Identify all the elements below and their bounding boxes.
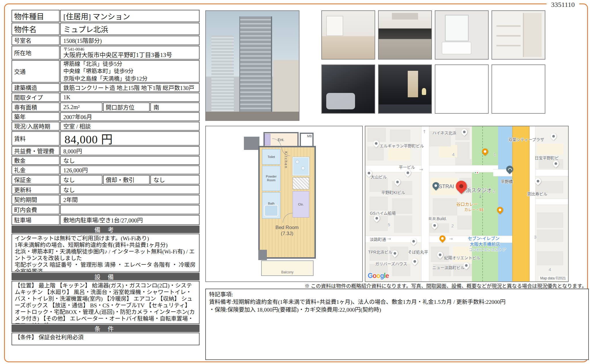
map-label: ハイネス北浜: [432, 130, 456, 136]
table-row: 共益費・管理費 8,000円: [12, 146, 200, 155]
row-value: 鉄筋コンクリート造 地上15階 地下1階 総戸数130戸: [60, 83, 200, 92]
photo-hallway: [378, 64, 432, 114]
row-value: 1K: [60, 93, 200, 102]
floorplan-bedroom-label: Bed Room (7.3J): [260, 224, 314, 237]
floorplan-powder-room: Powder Room: [262, 166, 280, 191]
floorplan-outdoor-unit: [258, 250, 267, 260]
table-row: 駐車場 敷地内駐車場/空き1台/27,000円: [12, 215, 200, 225]
table-row: 町内会費: [12, 205, 200, 214]
bathtub: [326, 93, 355, 109]
map-label: 平野橋: [501, 178, 513, 184]
map-label: STRAI: [439, 184, 454, 190]
map-block-number: 5: [388, 222, 390, 227]
row-label: 賃料: [12, 131, 60, 146]
map-label: 恵比寿ビル: [527, 191, 547, 197]
photo-placeholder-empty: [435, 64, 489, 114]
photo-washroom: [435, 10, 489, 60]
row-value: 敷地内駐車場/空き1台/27,000円: [60, 215, 200, 225]
special-notes-title: 特記事項:: [209, 291, 585, 298]
map-block-number: 3: [534, 235, 536, 239]
map-label: 大阪大手橋前店: [470, 241, 500, 247]
row-label: 建築構造: [12, 83, 60, 92]
logo-letter: G: [368, 272, 373, 279]
photo-kitchen: [378, 10, 432, 60]
row-value: 1508(15階部分): [60, 36, 200, 45]
building-main-tower: [239, 16, 272, 113]
map-label: そば処丸平: [408, 249, 428, 255]
map-road-vertical-east: [530, 126, 536, 281]
row-value: なし: [60, 156, 200, 165]
burner-icon: [301, 166, 305, 170]
row-label: 駐車場: [12, 215, 60, 225]
road-arrow-right-icon: [449, 236, 453, 241]
washroom-sink: [442, 42, 471, 54]
row-label-2: 開口部方位: [103, 102, 150, 112]
section-header-equipment: 設 備: [12, 273, 200, 280]
map-label: 平野町KIビル: [381, 189, 405, 195]
row-label: 敷金: [12, 156, 60, 165]
document-number: 3351110: [547, 0, 579, 9]
row-value: 2007年06月: [60, 112, 200, 121]
row-value: [住居用] マンション: [60, 10, 200, 22]
map-label: セブン-イレブン: [468, 235, 500, 241]
closet-shelves: [496, 25, 521, 27]
logo-letter: g: [380, 272, 384, 279]
row-value: 8,000円: [60, 146, 200, 155]
floorplan-shaft: [293, 177, 309, 189]
row-label-2: 償却・敷引: [103, 175, 150, 184]
floorplan-balcony: Balcony: [261, 260, 314, 276]
row-value: 25.2m²: [60, 102, 103, 112]
closet-door: [523, 13, 542, 57]
special-notes-line: 賃料備考:短期解約違約金有(1年未満で賃料+共益費1ヶ月)、法人の場合、敷金1カ…: [209, 298, 585, 306]
property-table: 物件種目 [住居用] マンション 物件名 ミュプレ北浜 号室名 1508(15階…: [12, 10, 200, 345]
table-row: 現況/入居時期 空室 / 相談: [12, 122, 200, 131]
map-label: GSハイム船場: [370, 210, 396, 216]
map-road-vertical: [421, 126, 429, 281]
special-notes-box: 特記事項: 賃料備考:短期解約違約金有(1年未満で賃料+共益費1ヶ月)、法人の場…: [205, 289, 589, 360]
row-label: 号室名: [12, 36, 60, 45]
floorplan-bathtub: [264, 205, 278, 216]
floorplan-kitchen-label: Kitchen: [284, 151, 288, 195]
map-river: [498, 126, 512, 281]
table-row: 保証金 なし 償却・敷引 なし: [12, 175, 200, 184]
row-value: 空室 / 相談: [60, 122, 200, 131]
rent-value: 84,000 円: [60, 131, 200, 146]
row-label: 交通: [12, 60, 60, 83]
map-panel: ハイネス北浜 双葉シティープラザ エルギャラン平野町ビル 日宝平野町ビ 平一ビル…: [365, 126, 569, 282]
remarks-text: インターネットは無料でご利用頂けます。(Wi-Fiあり) 1年未満解約の場合、短…: [12, 234, 200, 272]
map-label: 大山ビル: [371, 174, 387, 180]
row-value: ミュプレ北浜: [60, 23, 200, 35]
map-label: 日宝平野町ビ: [535, 155, 559, 161]
section-title: 設 備: [12, 273, 200, 280]
table-row: 礼金 126,000円: [12, 165, 200, 174]
map-label: 紀陽オリエントビル: [444, 255, 480, 260]
row-value: 〒541-0046 大阪府大阪市中央区平野町1丁目3番13号: [60, 46, 200, 60]
map-block-number: 2: [493, 189, 495, 194]
floorplan-drawing: Ent. MB Toilet Powder Room Bath Room Kit…: [255, 129, 320, 280]
google-logo: Google: [368, 272, 389, 280]
map-block-number: 1: [494, 152, 496, 157]
photo-building-exterior: [205, 10, 299, 121]
building-low-block: [273, 60, 299, 113]
row-label: 現況/入居時期: [12, 122, 60, 131]
section-header-conditions: 条 件: [12, 325, 200, 332]
building-side-tower: [211, 35, 234, 113]
table-row: 敷金 なし: [12, 156, 200, 165]
road-arrow-up-icon: [423, 129, 426, 134]
row-label: 礼金: [12, 165, 60, 174]
table-row: 専有面積 25.2m² 開口部方位 南: [12, 102, 200, 112]
hallway-floor: [379, 104, 431, 113]
table-row: 賃料 84,000 円: [12, 131, 200, 146]
floorplan-panel: Ent. MB Toilet Powder Room Bath Room Kit…: [205, 126, 363, 282]
road-arrow-right-icon: [387, 236, 391, 241]
section-title: 備 考: [12, 226, 200, 233]
table-row: 物件名 ミュプレ北浜: [12, 23, 200, 35]
floorplan-kitchen-sink: [293, 157, 309, 176]
traffic-signal-icon: [474, 171, 479, 174]
table-row: 更新料 なし: [12, 185, 200, 194]
floorplan-toilet: Toilet: [262, 149, 280, 165]
photo-room-interior: [321, 10, 375, 60]
washroom-mirror: [445, 15, 469, 41]
map-label: R.R.Build.: [429, 216, 447, 221]
table-row: 交通 堺筋線「北浜」徒歩5分 中央線「堺筋本町」徒歩9分 京阪中之島線「天満橋」…: [12, 60, 200, 83]
